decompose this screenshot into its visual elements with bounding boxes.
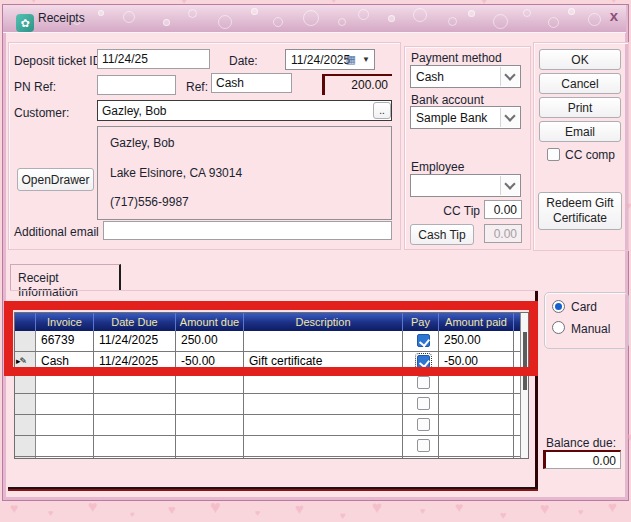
card-radio-label: Card [571,300,597,314]
heart-decoration-icon: ♥ [168,502,176,517]
tab-page-top-edge [10,290,538,291]
payment-method-select[interactable]: Cash [410,65,521,88]
pn-ref-input[interactable] [97,75,176,95]
heart-decoration-icon: ♥ [540,500,550,518]
calendar-icon[interactable]: ▦ [346,53,356,66]
bank-account-select[interactable]: Sample Bank [410,106,521,129]
heart-decoration-icon: ♥ [500,509,507,521]
manual-radio-label: Manual [571,322,610,336]
tab-page-bottom-edge-red [8,489,538,491]
payment-method-label: Payment method [411,51,502,65]
cash-tip-button[interactable]: Cash Tip [410,224,474,245]
heart-decoration-icon: ♥ [10,500,18,516]
customer-label: Customer: [14,106,69,120]
cc-tip-label: CC Tip [432,204,480,218]
open-drawer-button[interactable]: OpenDrawer [17,168,94,191]
cc-comp-label: CC comp [565,148,615,162]
highlight-rectangle [4,301,538,376]
address-line-2: Lake Elsinore, CA 93014 [110,166,242,180]
ref-input[interactable] [211,73,292,93]
ref-label: Ref: [186,80,208,94]
additional-email-label: Additional email [14,225,99,239]
date-dropdown-icon[interactable]: ▼ [362,55,370,64]
manual-radio[interactable] [552,321,565,334]
heart-decoration-icon: ♥ [455,499,463,515]
heart-decoration-icon: ♥ [130,510,135,519]
customer-browse-button[interactable]: .. [373,102,391,119]
redeem-gift-certificate-button[interactable]: Redeem Gift Certificate [538,192,622,230]
pay-checkbox[interactable] [417,376,430,389]
customer-address-box: Gazley, Bob Lake Elsinore, CA 93014 (717… [97,126,392,220]
deposit-ticket-input[interactable] [97,49,210,69]
receipts-dialog: { "window": { "title": "Receipts", "clos… [0,0,631,522]
window-title: Receipts [38,11,85,25]
pay-checkbox[interactable] [417,439,430,452]
bank-account-dropdown-icon[interactable] [500,108,519,127]
date-picker[interactable]: 11/24/2025 ▦ ▼ [285,49,375,70]
cash-tip-amount [484,224,522,243]
heart-decoration-icon: ♥ [255,508,260,518]
pay-checkbox[interactable] [417,397,430,410]
address-line-1: Gazley, Bob [110,136,174,150]
heart-decoration-icon: ♥ [340,510,346,521]
address-line-3: (717)556-9987 [110,195,189,209]
heart-decoration-icon: ♥ [48,508,53,518]
print-button[interactable]: Print [539,97,621,118]
table-row-empty[interactable] [15,415,528,436]
card-radio[interactable] [552,300,565,313]
additional-email-input[interactable] [103,221,392,240]
email-button[interactable]: Email [539,121,621,142]
customer-input[interactable] [97,100,392,121]
heart-decoration-icon: ♥ [578,507,583,517]
payment-method-dropdown-icon[interactable] [500,67,519,86]
cc-tip-input[interactable] [484,200,522,219]
pn-ref-label: PN Ref: [14,80,56,94]
heart-decoration-icon: ♥ [420,506,425,516]
balance-due-label: Balance due: [546,436,616,450]
balance-due-value: 0.00 [543,450,621,469]
employee-select[interactable] [410,174,521,197]
receipt-amount: 200.00 [322,74,392,95]
cc-comp-checkbox[interactable] [547,148,560,161]
table-row-empty[interactable] [15,457,528,459]
heart-decoration-icon: ♥ [372,498,382,518]
employee-dropdown-icon[interactable] [500,176,519,195]
heart-decoration-icon: ♥ [295,500,304,517]
cancel-button[interactable]: Cancel [539,73,621,94]
table-row-empty[interactable] [15,436,528,457]
deposit-ticket-label: Deposit ticket ID [14,54,101,68]
table-row-empty[interactable] [15,394,528,415]
date-label: Date: [229,54,258,68]
payment-method-value: Cash [416,70,444,84]
tab-receipt-information[interactable]: Receipt Information [10,264,121,291]
close-icon[interactable]: x [603,7,625,25]
pay-checkbox[interactable] [417,418,430,431]
employee-label: Employee [411,160,464,174]
title-bar[interactable]: ✿ [3,5,626,33]
table-row-empty[interactable] [15,373,528,394]
bank-account-label: Bank account [411,93,484,107]
date-value: 11/24/2025 [291,53,350,67]
app-icon: ✿ [16,14,34,32]
ok-button[interactable]: OK [539,49,621,70]
bank-account-value: Sample Bank [416,111,487,125]
